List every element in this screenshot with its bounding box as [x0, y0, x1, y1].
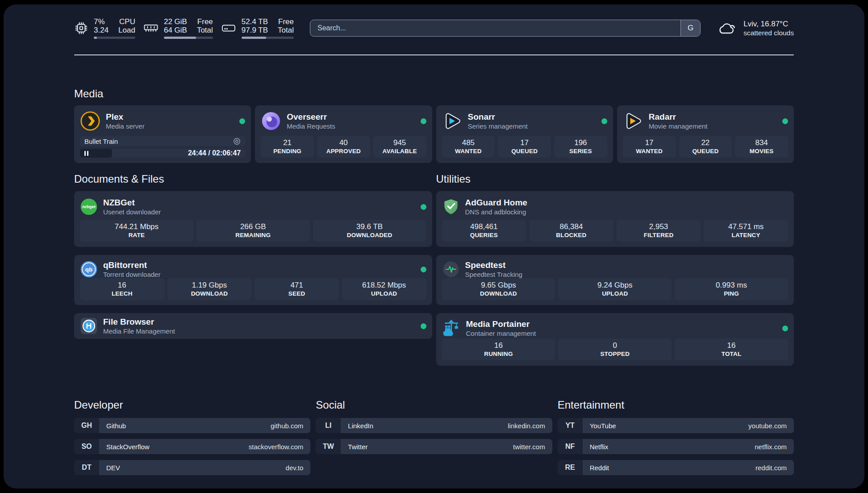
- link-name: StackOverflow: [106, 443, 150, 451]
- link-url: dev.to: [286, 464, 304, 472]
- top-bar: 7% CPU 3.24 Load 22: [74, 17, 794, 39]
- storage-icon: [221, 22, 236, 34]
- status-dot: [421, 118, 426, 124]
- stat-tile: 0STOPPED: [558, 338, 672, 360]
- link-youtube[interactable]: YT YouTube youtube.com: [558, 418, 794, 433]
- link-url: youtube.com: [748, 422, 787, 430]
- link-reddit[interactable]: RE Reddit reddit.com: [558, 460, 794, 475]
- search-engine-button[interactable]: G: [680, 20, 700, 36]
- link-url: netflix.com: [755, 443, 787, 451]
- status-dot: [782, 326, 788, 331]
- app-subtitle: DNS and adblocking: [465, 208, 527, 216]
- sonarr-icon: [442, 111, 463, 131]
- stat-tile: 17QUEUED: [498, 136, 551, 158]
- app-card-overseerr[interactable]: Overseerr Media Requests 21PENDING 40APP…: [255, 105, 432, 163]
- app-title: Radarr: [649, 112, 708, 122]
- utilities-section: Utilities AdGuard Home DNS and: [436, 173, 794, 374]
- overseerr-icon: [261, 111, 281, 131]
- storage-free-label: Free: [278, 17, 294, 26]
- link-badge: RE: [558, 460, 583, 475]
- link-linkedin[interactable]: LI LinkedIn linkedin.com: [316, 418, 552, 433]
- link-name: Reddit: [590, 464, 609, 472]
- app-title: Media Portainer: [466, 319, 536, 329]
- app-card-nzbget[interactable]: nzbget NZBGet Usenet downloader 744.21 M…: [74, 191, 432, 247]
- app-title: Sonarr: [468, 112, 528, 122]
- stat-tile: 86,384BLOCKED: [529, 220, 613, 242]
- section-title-utilities: Utilities: [436, 173, 794, 185]
- app-title: NZBGet: [103, 197, 161, 208]
- app-card-plex[interactable]: Plex Media server Bullet Train 24:44 / 0…: [74, 105, 251, 163]
- app-card-sonarr[interactable]: Sonarr Series management 485WANTED 17QUE…: [436, 105, 613, 163]
- cpu-usage-label: CPU: [118, 17, 135, 26]
- link-name: LinkedIn: [348, 422, 373, 430]
- app-title: Speedtest: [465, 260, 522, 270]
- app-card-speedtest[interactable]: Speedtest Speedtest Tracking 9.65 GbpsDO…: [436, 255, 794, 305]
- link-stackoverflow[interactable]: SO StackOverflow stackoverflow.com: [74, 439, 310, 454]
- status-dot: [239, 118, 245, 124]
- link-twitter[interactable]: TW Twitter twitter.com: [316, 439, 552, 454]
- memory-progress: [164, 37, 213, 39]
- app-subtitle: Movie management: [649, 122, 708, 130]
- filebrowser-icon: [80, 317, 98, 335]
- app-subtitle: Media Requests: [287, 122, 335, 130]
- app-card-portainer[interactable]: Media Portainer Container management 16R…: [436, 313, 794, 366]
- memory-free-value: 22 GiB: [164, 17, 187, 26]
- stat-tile: 1.19 GbpsDOWNLOAD: [167, 278, 252, 300]
- link-name: Twitter: [348, 443, 367, 451]
- nzbget-icon: nzbget: [80, 198, 98, 216]
- speedtest-icon: [442, 260, 460, 278]
- stat-tile: 22QUEUED: [679, 136, 732, 158]
- stat-tile: 16TOTAL: [675, 338, 788, 360]
- link-badge: LI: [316, 418, 341, 433]
- app-card-qbittorrent[interactable]: qb qBittorrent Torrent downloader 16LEEC…: [74, 255, 432, 305]
- disc-icon: [233, 138, 241, 145]
- app-title: File Browser: [103, 317, 175, 327]
- stat-tile: 9.24 GbpsUPLOAD: [558, 278, 672, 300]
- app-title: qBittorrent: [103, 260, 160, 270]
- cpu-stat: 7% CPU 3.24 Load: [74, 17, 135, 39]
- app-card-adguard[interactable]: AdGuard Home DNS and adblocking 498,461Q…: [436, 191, 794, 247]
- link-dev[interactable]: DT DEV dev.to: [74, 460, 310, 475]
- cpu-usage-value: 7%: [94, 17, 108, 26]
- link-badge: TW: [316, 439, 341, 454]
- radarr-icon: [623, 111, 643, 131]
- app-card-filebrowser[interactable]: File Browser Media File Management: [74, 313, 432, 339]
- qbittorrent-icon: qb: [80, 260, 98, 278]
- link-netflix[interactable]: NF Netflix netflix.com: [558, 439, 794, 454]
- stat-tile: 0.993 msPING: [675, 278, 788, 300]
- stat-tile: 266 GBREMAINING: [196, 220, 310, 242]
- stat-tile: 196SERIES: [554, 136, 607, 158]
- link-name: Github: [106, 422, 126, 430]
- link-badge: DT: [74, 460, 99, 475]
- section-title-media: Media: [74, 88, 794, 100]
- stat-tile: 618.52 MbpsUPLOAD: [342, 278, 426, 300]
- app-subtitle: Media server: [106, 122, 145, 130]
- stat-tile: 471SEED: [255, 278, 339, 300]
- section-title-documents: Documents & Files: [74, 173, 432, 185]
- weather-condition: scattered clouds: [743, 29, 794, 37]
- app-card-radarr[interactable]: Radarr Movie management 17WANTED 22QUEUE…: [617, 105, 794, 163]
- weather-location-temp: Lviv, 16.87°C: [743, 19, 794, 29]
- system-stats: 7% CPU 3.24 Load 22: [74, 17, 294, 39]
- link-badge: YT: [558, 418, 583, 433]
- storage-free-value: 52.4 TB: [242, 17, 268, 26]
- link-name: DEV: [106, 464, 120, 472]
- cpu-icon: [74, 21, 88, 35]
- link-github[interactable]: GH Github github.com: [74, 418, 310, 433]
- adguard-icon: [442, 198, 460, 216]
- app-title: AdGuard Home: [465, 197, 527, 208]
- link-name: YouTube: [590, 422, 616, 430]
- link-url: stackoverflow.com: [249, 443, 304, 451]
- status-dot: [421, 267, 426, 272]
- social-section: Social LI LinkedIn linkedin.com TW Twitt…: [316, 399, 552, 481]
- header-divider: [74, 54, 794, 55]
- cloud-icon: [717, 21, 737, 36]
- app-subtitle: Container management: [466, 329, 536, 338]
- memory-free-label: Free: [197, 17, 213, 26]
- cpu-load-label: Load: [118, 26, 135, 34]
- status-dot: [782, 118, 788, 124]
- stat-tile: 2,953FILTERED: [617, 220, 701, 242]
- plex-icon: [80, 111, 100, 131]
- stat-tile: 485WANTED: [442, 136, 495, 158]
- search-input[interactable]: [310, 24, 680, 32]
